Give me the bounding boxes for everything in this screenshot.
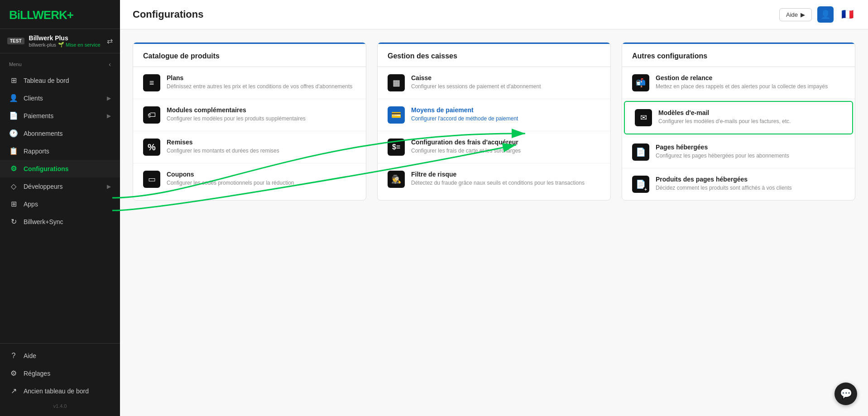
workspace-badge: TEST (7, 38, 24, 44)
chat-button[interactable]: 💬 (834, 383, 857, 405)
sidebar-item-rapports[interactable]: 📋 Rapports (0, 142, 120, 160)
topbar: Configurations Aide ▶ 👤 🇫🇷 (120, 0, 868, 29)
config-item-moyens-paiement[interactable]: 💳 Moyens de paiement Configurer l'accord… (378, 99, 610, 131)
coupons-text: Coupons Configurer les codes promotionne… (167, 171, 356, 187)
sidebar-item-label: Paiements (24, 112, 53, 120)
frais-title: Configuration des frais d'acquéreur (411, 139, 600, 146)
produits-title: Produits des pages hébergées (656, 176, 845, 183)
sidebar-item-label: Réglages (24, 370, 50, 377)
configs-grid: Catalogue de produits ≡ Plans Définissez… (133, 42, 855, 201)
config-item-gestion-relance[interactable]: 📬 Gestion de relance Mettez en place des… (622, 67, 855, 99)
rapports-icon: 📋 (9, 147, 18, 155)
logo-text: BiLLWERK (9, 8, 67, 22)
relance-text: Gestion de relance Mettez en place des r… (656, 74, 845, 91)
version-label: v1.4.0 (0, 400, 120, 412)
language-flag[interactable]: 🇫🇷 (839, 6, 855, 23)
config-item-caisse[interactable]: ▦ Caisse Configurer les sessions de paie… (378, 67, 610, 99)
caisse-desc: Configurer les sessions de paiement et d… (411, 83, 600, 91)
coupons-title: Coupons (167, 171, 356, 178)
workspace-status: 🌱 Mise en service (58, 42, 100, 48)
help-icon: ? (9, 352, 18, 360)
aide-arrow-icon: ▶ (801, 11, 805, 18)
sidebar: BiLLWERK+ TEST Billwerk Plus billwerk-pl… (0, 0, 120, 416)
caisse-title: Caisse (411, 74, 600, 81)
relance-icon: 📬 (632, 74, 649, 91)
aide-button[interactable]: Aide ▶ (779, 8, 812, 21)
moyens-paiement-text: Moyens de paiement Configurer l'accord d… (411, 106, 600, 123)
card-autres-header: Autres configurations (622, 43, 855, 67)
frais-icon: $≡ (388, 139, 405, 156)
sidebar-item-aide[interactable]: ? Aide (0, 347, 120, 364)
config-item-produits-pages[interactable]: 📄+ Produits des pages hébergées Décidez … (622, 168, 855, 200)
sidebar-item-clients[interactable]: 👤 Clients ▶ (0, 89, 120, 107)
sidebar-item-apps[interactable]: ⊞ Apps (0, 195, 120, 213)
configurations-area: Catalogue de produits ≡ Plans Définissez… (120, 29, 868, 416)
external-link-icon: ↗ (9, 387, 18, 395)
plans-desc: Définissez entre autres les prix et les … (167, 83, 356, 91)
config-item-config-frais[interactable]: $≡ Configuration des frais d'acquéreur C… (378, 131, 610, 163)
chat-icon: 💬 (840, 388, 852, 400)
menu-label: Menu (9, 62, 22, 67)
moyens-paiement-title: Moyens de paiement (411, 106, 600, 114)
logo-plus: + (67, 8, 73, 22)
config-item-coupons[interactable]: ▭ Coupons Configurer les codes promotion… (133, 163, 366, 195)
sidebar-item-label: Apps (24, 201, 38, 208)
pages-desc: Configurez les pages hébergées pour les … (656, 152, 845, 160)
filtre-title: Filtre de risque (411, 171, 600, 178)
main-nav: ⊞ Tableau de bord 👤 Clients ▶ 📄 Paiement… (0, 72, 120, 230)
sidebar-item-abonnements[interactable]: 🕐 Abonnements (0, 124, 120, 142)
modules-text: Modules complémentaires Configurer les m… (167, 106, 356, 123)
coupons-desc: Configurer les codes promotionnels pour … (167, 179, 356, 187)
config-item-modeles-email[interactable]: ✉ Modèles d'e-mail Configurer les modèle… (624, 101, 853, 134)
menu-collapse-icon[interactable]: ‹ (109, 61, 111, 68)
remises-text: Remises Configurer les montants et durée… (167, 139, 356, 155)
caisse-text: Caisse Configurer les sessions de paieme… (411, 74, 600, 91)
configurations-icon: ⚙ (9, 164, 18, 173)
sidebar-item-billwerk-sync[interactable]: ↻ Billwerk+Sync (0, 213, 120, 230)
chevron-right-icon: ▶ (107, 95, 111, 101)
produits-text: Produits des pages hébergées Décidez com… (656, 176, 845, 192)
sidebar-item-label: Ancien tableau de bord (24, 387, 89, 395)
developpeurs-icon: ◇ (9, 182, 18, 191)
abonnements-icon: 🕐 (9, 129, 18, 138)
sidebar-item-label: Tableau de bord (24, 77, 69, 84)
remises-icon: % (143, 139, 160, 156)
sync-icon: ↻ (9, 217, 18, 226)
flag-icon: 🇫🇷 (841, 9, 854, 20)
config-item-plans[interactable]: ≡ Plans Définissez entre autres les prix… (133, 67, 366, 99)
relance-desc: Mettez en place des rappels et des alert… (656, 83, 845, 91)
sidebar-item-ancien-tableau[interactable]: ↗ Ancien tableau de bord (0, 382, 120, 400)
produits-desc: Décidez comment les produits sont affich… (656, 184, 845, 192)
plans-text: Plans Définissez entre autres les prix e… (167, 74, 356, 91)
sidebar-item-paiements[interactable]: 📄 Paiements ▶ (0, 107, 120, 124)
plans-title: Plans (167, 74, 356, 81)
dashboard-icon: ⊞ (9, 76, 18, 85)
sidebar-item-tableau-de-bord[interactable]: ⊞ Tableau de bord (0, 72, 120, 89)
user-button[interactable]: 👤 (817, 6, 834, 23)
modules-title: Modules complémentaires (167, 106, 356, 114)
sidebar-bottom: ? Aide ⚙ Réglages ↗ Ancien tableau de bo… (0, 343, 120, 416)
sidebar-item-developpeurs[interactable]: ◇ Développeurs ▶ (0, 177, 120, 195)
apps-icon: ⊞ (9, 200, 18, 208)
chevron-right-icon: ▶ (107, 113, 111, 119)
remises-title: Remises (167, 139, 356, 146)
modules-icon: 🏷 (143, 106, 160, 124)
config-item-remises[interactable]: % Remises Configurer les montants et dur… (133, 131, 366, 163)
config-item-pages-hebergees[interactable]: 📄 Pages hébergées Configurez les pages h… (622, 136, 855, 168)
chevron-right-icon: ▶ (107, 183, 111, 190)
main-content: Configurations Aide ▶ 👤 🇫🇷 Catalogue de … (120, 0, 868, 416)
card-catalogue: Catalogue de produits ≡ Plans Définissez… (133, 42, 366, 201)
workspace-swap-icon[interactable]: ⇄ (107, 37, 113, 45)
card-autres: Autres configurations 📬 Gestion de relan… (622, 42, 855, 201)
config-item-filtre-risque[interactable]: 🕵 Filtre de risque Détectez du fraude gr… (378, 163, 610, 195)
sidebar-item-configurations[interactable]: ⚙ Configurations (0, 160, 120, 177)
workspace-area[interactable]: TEST Billwerk Plus billwerk-plus 🌱 Mise … (0, 29, 120, 53)
settings-icon: ⚙ (9, 369, 18, 378)
modules-desc: Configurer les modèles pour les produits… (167, 115, 356, 123)
sidebar-item-reglages[interactable]: ⚙ Réglages (0, 364, 120, 382)
filtre-desc: Détectez du fraude grâce naux seuils et … (411, 179, 600, 187)
email-desc: Configurer les modèles d'e-mails pour le… (658, 118, 842, 125)
card-caisses-header: Gestion des caisses (378, 43, 610, 67)
pages-title: Pages hébergées (656, 143, 845, 151)
config-item-modules[interactable]: 🏷 Modules complémentaires Configurer les… (133, 99, 366, 131)
